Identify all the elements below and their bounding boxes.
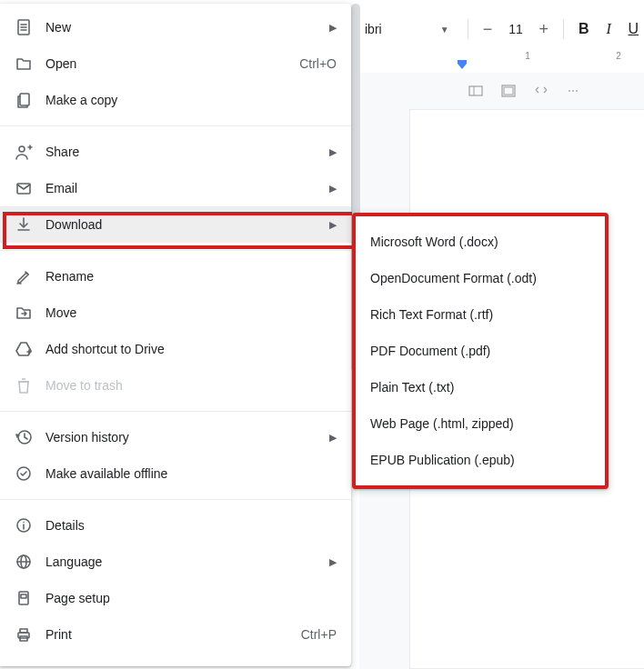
menu-item-label: Version history xyxy=(45,430,317,444)
menu-item-label: Open xyxy=(45,56,287,71)
download-option-3[interactable]: PDF Document (.pdf) xyxy=(356,333,605,369)
file-plus-icon xyxy=(15,18,33,36)
menu-item-details[interactable]: Details xyxy=(0,507,351,544)
globe-icon xyxy=(15,553,33,571)
menu-item-move-trash: Move to trash xyxy=(0,367,351,404)
menu-item-make-copy[interactable]: Make a copy xyxy=(0,82,351,118)
download-option-2[interactable]: Rich Text Format (.rtf) xyxy=(356,296,605,333)
menu-item-label: Add shortcut to Drive xyxy=(45,342,337,356)
menu-item-version-history[interactable]: Version history▶ xyxy=(0,419,351,455)
svg-point-25 xyxy=(23,522,25,524)
decrease-font-size-button[interactable]: − xyxy=(477,17,498,41)
menu-item-make-offline[interactable]: Make available offline xyxy=(0,455,351,492)
move-folder-icon xyxy=(15,304,33,322)
menu-item-new[interactable]: New▶ xyxy=(0,9,351,45)
file-menu: New▶OpenCtrl+OMake a copyShare▶Email▶Dow… xyxy=(0,4,351,666)
more-icon[interactable]: ⋯ xyxy=(567,84,581,98)
download-option-1[interactable]: OpenDocument Format (.odt) xyxy=(356,260,605,296)
menu-item-label: Move xyxy=(45,305,337,320)
info-icon xyxy=(15,516,33,534)
drive-shortcut-icon xyxy=(15,340,33,358)
menu-item-language[interactable]: Language▶ xyxy=(0,544,351,580)
menu-item-label: Share xyxy=(45,145,317,159)
chevron-down-icon[interactable]: ▼ xyxy=(440,25,449,35)
copy-icon xyxy=(15,91,33,109)
download-option-label: PDF Document (.pdf) xyxy=(370,344,490,358)
pencil-icon xyxy=(15,267,33,285)
menu-item-open[interactable]: OpenCtrl+O xyxy=(0,45,351,82)
chevron-right-icon: ▶ xyxy=(329,146,337,158)
menu-item-label: Page setup xyxy=(45,591,337,605)
layout-icon[interactable] xyxy=(468,84,483,98)
person-plus-icon xyxy=(15,143,33,161)
ruler-tick: 2 xyxy=(596,51,641,61)
menu-item-download[interactable]: Download▶ xyxy=(0,206,351,243)
indent-marker-icon[interactable] xyxy=(458,60,467,69)
formatting-toolbar: ibri ▼ − 11 + B I U xyxy=(359,13,644,45)
chevron-right-icon: ▶ xyxy=(329,22,337,34)
italic-button[interactable]: I xyxy=(599,17,619,41)
download-option-label: Web Page (.html, zipped) xyxy=(370,416,514,431)
menu-item-label: Make a copy xyxy=(45,93,337,107)
menu-item-label: New xyxy=(45,20,317,35)
print-icon xyxy=(15,625,33,644)
menu-item-rename[interactable]: Rename xyxy=(0,258,351,295)
download-option-label: OpenDocument Format (.odt) xyxy=(370,271,537,285)
underline-button[interactable]: U xyxy=(623,17,644,41)
download-option-0[interactable]: Microsoft Word (.docx) xyxy=(356,224,605,260)
menu-item-label: Details xyxy=(45,518,337,533)
menu-item-print[interactable]: PrintCtrl+P xyxy=(0,616,351,653)
menu-separator xyxy=(0,250,351,251)
chevron-right-icon: ▶ xyxy=(329,183,337,195)
download-option-6[interactable]: EPUB Publication (.epub) xyxy=(356,442,605,478)
svg-rect-10 xyxy=(20,94,29,105)
toolbar-separator xyxy=(468,19,468,39)
download-option-label: Rich Text Format (.rtf) xyxy=(370,307,493,322)
horizontal-ruler[interactable]: 1 2 xyxy=(359,51,644,71)
image-icon[interactable] xyxy=(501,84,516,98)
menu-item-share[interactable]: Share▶ xyxy=(0,134,351,170)
svg-marker-1 xyxy=(458,64,467,69)
svg-rect-32 xyxy=(20,629,27,633)
page-setup-icon xyxy=(15,589,33,607)
trash-icon xyxy=(15,376,33,394)
menu-item-add-shortcut[interactable]: Add shortcut to Drive xyxy=(0,331,351,367)
menu-item-page-setup[interactable]: Page setup xyxy=(0,580,351,616)
menu-separator xyxy=(0,499,351,500)
page-margin-tools: ⋯ xyxy=(468,80,581,102)
svg-rect-30 xyxy=(21,594,26,598)
menu-item-email[interactable]: Email▶ xyxy=(0,170,351,206)
chevron-right-icon: ▶ xyxy=(329,432,337,444)
menu-item-shortcut: Ctrl+O xyxy=(299,56,337,71)
folder-icon xyxy=(15,55,33,73)
svg-rect-0 xyxy=(458,60,467,64)
toolbar-separator xyxy=(563,19,564,39)
menu-item-label: Rename xyxy=(45,269,337,284)
download-submenu: Microsoft Word (.docx)OpenDocument Forma… xyxy=(352,213,609,489)
svg-rect-2 xyxy=(469,86,482,95)
menu-item-label: Language xyxy=(45,554,317,569)
download-option-4[interactable]: Plain Text (.txt) xyxy=(356,369,605,405)
svg-rect-5 xyxy=(504,87,513,95)
bold-button[interactable]: B xyxy=(573,17,594,41)
menu-separator xyxy=(0,411,351,412)
download-icon xyxy=(15,215,33,234)
menu-item-shortcut: Ctrl+P xyxy=(301,627,337,642)
download-option-label: Plain Text (.txt) xyxy=(370,380,454,394)
increase-font-size-button[interactable]: + xyxy=(533,17,554,41)
download-option-5[interactable]: Web Page (.html, zipped) xyxy=(356,405,605,442)
expand-icon[interactable] xyxy=(534,84,548,98)
download-option-label: Microsoft Word (.docx) xyxy=(370,235,498,249)
font-family-selector[interactable]: ibri xyxy=(359,18,387,40)
svg-point-11 xyxy=(19,146,25,152)
mail-icon xyxy=(15,179,33,197)
menu-item-label: Download xyxy=(45,217,317,232)
download-option-label: EPUB Publication (.epub) xyxy=(370,453,515,467)
menu-item-label: Print xyxy=(45,627,288,642)
menu-item-label: Move to trash xyxy=(45,378,337,393)
chevron-right-icon: ▶ xyxy=(329,556,337,568)
font-size-input[interactable]: 11 xyxy=(502,22,529,36)
menu-item-move[interactable]: Move xyxy=(0,295,351,331)
ruler-tick: 1 xyxy=(505,51,550,61)
menu-item-label: Make available offline xyxy=(45,466,337,481)
